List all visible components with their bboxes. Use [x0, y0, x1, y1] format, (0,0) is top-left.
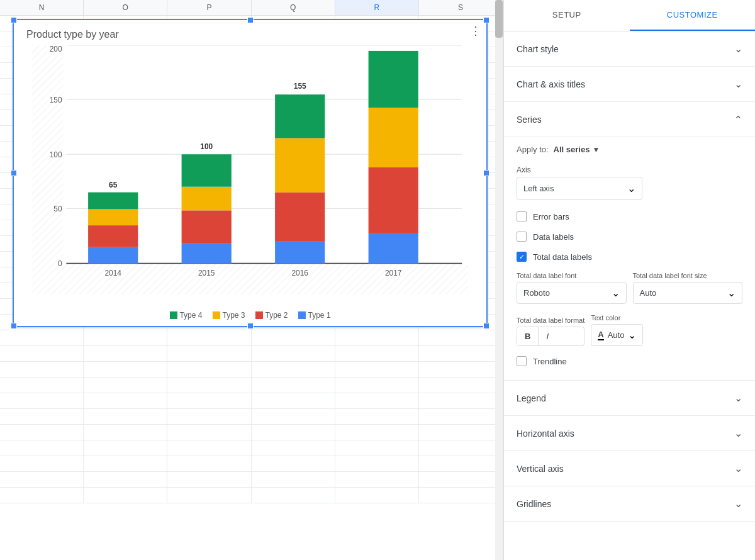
grid-cell[interactable] — [252, 440, 335, 456]
grid-cell[interactable] — [335, 488, 419, 503]
grid-cell[interactable] — [0, 440, 84, 456]
resize-handle-ml[interactable] — [11, 170, 17, 176]
tab-customize[interactable]: CUSTOMIZE — [630, 0, 756, 31]
font-select-dropdown[interactable]: Roboto ⌄ — [517, 282, 627, 304]
grid-cell[interactable] — [252, 378, 335, 393]
col-header-S[interactable]: S — [419, 0, 503, 15]
grid-cell[interactable] — [252, 488, 335, 503]
tab-setup[interactable]: SETUP — [504, 0, 630, 31]
grid-cell[interactable] — [84, 378, 167, 393]
chart-container[interactable]: ⋮ Product type by year 0 50 100 150 200 — [13, 19, 488, 327]
grid-cell[interactable] — [0, 362, 84, 378]
grid-cell[interactable] — [84, 472, 167, 488]
grid-cell[interactable] — [167, 409, 251, 425]
grid-cell[interactable] — [84, 330, 167, 346]
grid-cell[interactable] — [252, 346, 335, 362]
col-header-Q[interactable]: Q — [252, 0, 335, 15]
grid-cell[interactable] — [0, 409, 84, 425]
grid-cell[interactable] — [167, 488, 251, 503]
grid-cell[interactable] — [419, 378, 503, 393]
col-header-R[interactable]: R — [335, 0, 419, 15]
trendline-checkbox[interactable] — [517, 356, 527, 366]
font-size-select-dropdown[interactable]: Auto ⌄ — [633, 282, 743, 304]
grid-cell[interactable] — [419, 425, 503, 440]
section-legend[interactable]: Legend ⌄ — [504, 381, 755, 416]
grid-cell[interactable] — [252, 472, 335, 488]
grid-cell[interactable] — [252, 393, 335, 409]
section-chart-style[interactable]: Chart style ⌄ — [504, 31, 755, 67]
grid-cell[interactable] — [167, 472, 251, 488]
grid-cell[interactable] — [0, 472, 84, 488]
grid-cell[interactable] — [335, 472, 419, 488]
grid-cell[interactable] — [335, 346, 419, 362]
col-header-P[interactable]: P — [167, 0, 251, 15]
section-horizontal-axis[interactable]: Horizontal axis ⌄ — [504, 416, 755, 451]
chart-context-menu-button[interactable]: ⋮ — [470, 25, 481, 36]
section-gridlines[interactable]: Gridlines ⌄ — [504, 486, 755, 522]
grid-cell[interactable] — [252, 425, 335, 440]
grid-cell[interactable] — [419, 456, 503, 472]
grid-cell[interactable] — [419, 346, 503, 362]
grid-cell[interactable] — [0, 456, 84, 472]
grid-cell[interactable] — [335, 393, 419, 409]
section-chart-axis-titles[interactable]: Chart & axis titles ⌄ — [504, 67, 755, 102]
text-color-dropdown[interactable]: A Auto ⌄ — [591, 324, 643, 346]
grid-cell[interactable] — [167, 440, 251, 456]
grid-cell[interactable] — [167, 346, 251, 362]
grid-cell[interactable] — [419, 472, 503, 488]
grid-cell[interactable] — [0, 488, 84, 503]
resize-handle-tc[interactable] — [247, 17, 254, 23]
grid-cell[interactable] — [84, 440, 167, 456]
col-header-O[interactable]: O — [84, 0, 167, 15]
grid-cell[interactable] — [84, 488, 167, 503]
resize-handle-bc[interactable] — [247, 323, 254, 329]
grid-cell[interactable] — [84, 393, 167, 409]
grid-cell[interactable] — [167, 393, 251, 409]
section-series[interactable]: Series ⌄ — [504, 102, 755, 137]
grid-cell[interactable] — [419, 393, 503, 409]
grid-cell[interactable] — [335, 456, 419, 472]
grid-cell[interactable] — [419, 440, 503, 456]
grid-cell[interactable] — [0, 330, 84, 346]
grid-cell[interactable] — [167, 378, 251, 393]
grid-cell[interactable] — [167, 330, 251, 346]
grid-cell[interactable] — [0, 425, 84, 440]
error-bars-checkbox[interactable] — [517, 211, 527, 221]
grid-cell[interactable] — [252, 456, 335, 472]
resize-handle-tr[interactable] — [483, 17, 489, 23]
resize-handle-bl[interactable] — [11, 323, 17, 329]
grid-cell[interactable] — [0, 346, 84, 362]
grid-cell[interactable] — [84, 456, 167, 472]
bold-format-button[interactable]: B — [517, 327, 539, 345]
grid-cell[interactable] — [84, 346, 167, 362]
data-labels-checkbox[interactable] — [517, 232, 527, 242]
resize-handle-tl[interactable] — [11, 17, 17, 23]
section-vertical-axis[interactable]: Vertical axis ⌄ — [504, 451, 755, 486]
grid-cell[interactable] — [84, 409, 167, 425]
apply-to-dropdown[interactable]: All series ▼ — [554, 145, 600, 154]
grid-cell[interactable] — [419, 362, 503, 378]
italic-format-button[interactable]: I — [539, 327, 556, 345]
grid-cell[interactable] — [0, 378, 84, 393]
grid-cell[interactable] — [167, 456, 251, 472]
grid-cell[interactable] — [252, 330, 335, 346]
grid-cell[interactable] — [335, 440, 419, 456]
grid-cell[interactable] — [419, 488, 503, 503]
grid-cell[interactable] — [419, 409, 503, 425]
grid-cell[interactable] — [167, 425, 251, 440]
grid-cell[interactable] — [252, 409, 335, 425]
grid-cell[interactable] — [335, 409, 419, 425]
grid-cell[interactable] — [335, 362, 419, 378]
axis-select-dropdown[interactable]: Left axis ⌄ — [517, 177, 642, 200]
col-header-N[interactable]: N — [0, 0, 84, 15]
vertical-scrollbar[interactable] — [495, 0, 503, 560]
resize-handle-mr[interactable] — [483, 170, 489, 176]
resize-handle-br[interactable] — [483, 323, 489, 329]
grid-cell[interactable] — [335, 425, 419, 440]
grid-cell[interactable] — [0, 393, 84, 409]
grid-cell[interactable] — [419, 330, 503, 346]
grid-cell[interactable] — [335, 330, 419, 346]
grid-cell[interactable] — [252, 362, 335, 378]
grid-cell[interactable] — [167, 362, 251, 378]
grid-cell[interactable] — [335, 378, 419, 393]
